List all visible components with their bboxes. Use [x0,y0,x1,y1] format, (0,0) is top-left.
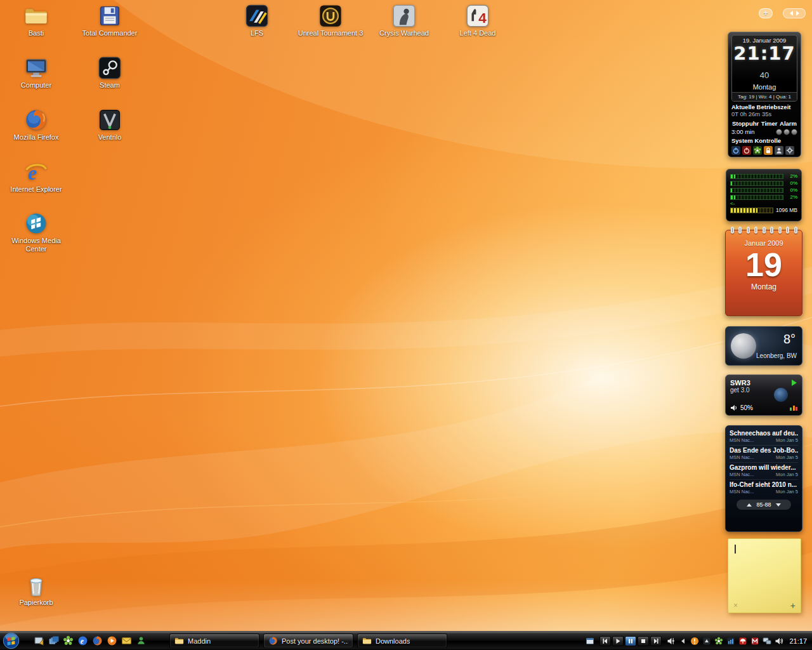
weather-temperature: 8° [783,332,796,347]
desktop-icon-ie[interactable]: e Internet Explorer [1,160,72,194]
warning-icon[interactable] [690,637,699,646]
desktop-icon-lfs[interactable]: LFS [221,4,292,37]
messenger-m-icon[interactable] [750,637,759,646]
task-button-firefox[interactable]: Post your desktop! -... [263,633,353,648]
page-down-icon[interactable] [776,503,781,507]
lock-icon[interactable] [764,146,773,155]
power-icon[interactable] [731,146,740,155]
calendar-gadget[interactable]: Januar 2009 19 Montag [725,230,802,316]
switch-windows-icon[interactable] [48,635,59,646]
icq-flower-icon[interactable] [714,637,723,646]
sidebar-gadget-pager[interactable] [783,8,806,18]
radio-station: SWR3 [730,379,797,387]
icq-flower-icon[interactable] [63,635,74,646]
feed-pager[interactable]: 85-88 [737,500,791,510]
desktop-icon-steam[interactable]: Steam [74,56,145,90]
timer-minus-button[interactable] [776,129,782,135]
desktop-icon-firefox[interactable]: Mozilla Firefox [1,108,72,142]
text-caret [735,545,736,554]
folder-icon [24,4,48,28]
task-button-downloads[interactable]: Downloads [357,633,447,648]
shutdown-icon[interactable] [742,146,751,155]
desktop-icon-label: LFS [221,29,292,37]
antivirus-icon[interactable] [738,637,747,646]
taskbar: e Maddin Post your desktop! -... Downloa… [0,631,812,650]
radio-gadget[interactable]: SWR3 get 3.0 50% [725,375,802,416]
wallpaper [0,0,812,650]
desktop[interactable]: { "desktop": { "icons": [ {"label": "Bas… [0,0,812,650]
desktop-icon-total-commander[interactable]: Total Commander [74,4,145,37]
sidebar-add-gadget-button[interactable]: + [759,8,773,18]
tray-collapse-icon[interactable] [681,639,684,644]
timer-start-button[interactable] [783,129,790,135]
desktop-icon-media-center[interactable]: Windows Media Center [1,211,72,253]
desktop-icon-crysis[interactable]: Crysis Warhead [369,4,440,37]
note-add-button[interactable]: + [790,600,796,611]
page-left-icon[interactable] [790,11,793,16]
media-stop-button[interactable] [638,636,649,646]
calendar-spiral-binding [726,227,802,234]
feed-title[interactable]: Gazprom will wieder... [730,464,798,471]
moon-icon [731,333,756,359]
media-play-button[interactable] [612,636,624,646]
chart-icon[interactable] [726,637,735,646]
feed-title[interactable]: Ifo-Chef sieht 2010 n... [730,481,798,488]
weather-gadget[interactable]: 8° Leonberg, BW [725,326,802,366]
stopwatch-tab[interactable]: Stoppuhr [732,120,759,127]
start-button[interactable] [3,632,20,649]
logoff-flower-icon[interactable] [753,146,762,155]
equalizer-icon [790,406,797,411]
settings-icon[interactable] [785,146,794,155]
page-up-icon[interactable] [747,503,752,507]
system-meter-gadget[interactable]: 2% 0% 0% 2% <- 1096 MB [726,169,802,222]
lfs-game-icon [245,4,269,28]
desktop-icon-ut3[interactable]: Unreal Tournament 3 [295,4,366,37]
alarm-tab[interactable]: Alarm [780,120,797,127]
user-switch-icon[interactable] [775,146,783,155]
ie-icon[interactable]: e [77,635,88,646]
media-next-button[interactable] [650,636,662,646]
feed-item[interactable]: Schneechaos auf deu... MSN Nac...Mon Jan… [730,428,798,446]
timer-tab[interactable]: Timer [761,120,778,127]
radio-volume: 50% [740,404,753,411]
media-pause-button[interactable] [625,636,636,646]
cpu-bar-value: 0% [786,180,797,186]
media-player-icon[interactable] [107,635,117,646]
feed-gadget[interactable]: Schneechaos auf deu... MSN Nac...Mon Jan… [725,425,802,532]
volume-slider-icon[interactable] [667,637,676,646]
firefox-icon[interactable] [92,635,103,646]
desktop-icon-l4d[interactable]: 4 Left 4 Dead [442,4,513,37]
desktop-icon-label: Left 4 Dead [442,29,513,37]
task-button-maddin[interactable]: Maddin [169,633,259,648]
desktop-icon-recycle-bin[interactable]: Papierkorb [1,573,72,607]
timer-reset-button[interactable] [791,129,797,135]
network-icon[interactable] [763,637,771,646]
page-right-icon[interactable] [796,11,799,16]
feed-item[interactable]: Das Ende des Job-Bo... MSN Nac...Mon Jan… [730,446,798,463]
clock-gadget[interactable]: 19. Januar 2009 21:17 40 Montag Tag: 19 … [728,32,801,157]
sticky-note-gadget[interactable]: × + [728,538,801,613]
app-icon[interactable] [702,637,711,646]
feed-source: MSN Nac... [730,489,754,494]
cpu-bar [730,188,783,193]
clock-day-stats: Tag: 19 | Wo: 4 | Qua: 1 [732,92,797,101]
cpu-bar-value: 2% [786,173,797,179]
timer-value: 3:00 min [731,128,754,135]
play-icon[interactable] [792,380,797,386]
media-prev-button[interactable] [599,636,611,646]
desktop-icon-computer[interactable]: Computer [1,56,72,90]
mail-icon[interactable] [121,635,132,646]
desktop-icon-basti[interactable]: Basti [1,4,72,37]
show-desktop-icon[interactable] [34,635,44,646]
feed-item[interactable]: Ifo-Chef sieht 2010 n... MSN Nac...Mon J… [730,480,798,496]
desktop-icon-ventrilo[interactable]: Ventrilo [74,108,145,142]
feed-title[interactable]: Das Ende des Job-Bo... [730,447,798,454]
speaker-icon[interactable] [730,404,738,411]
volume-icon[interactable] [775,637,783,646]
tray-clock[interactable]: 21:17 [789,637,807,645]
window-icon[interactable] [586,637,594,646]
feed-item[interactable]: Gazprom will wieder... MSN Nac...Mon Jan… [730,463,798,480]
messenger-icon[interactable] [136,635,147,646]
note-close-button[interactable]: × [733,601,738,610]
feed-title[interactable]: Schneechaos auf deu... [730,430,798,437]
